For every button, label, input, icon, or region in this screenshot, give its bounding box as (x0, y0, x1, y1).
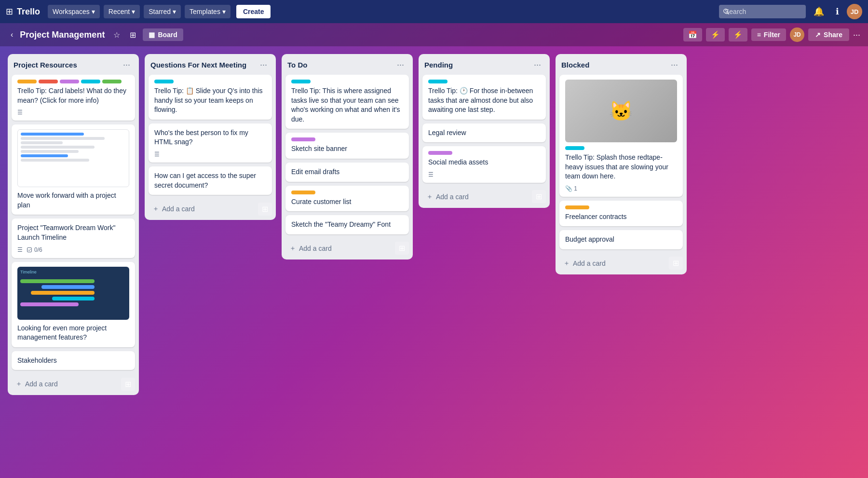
card-project-plan[interactable]: Move work forward with a project plan ✎ (12, 124, 135, 215)
card-labels-footer: ☰ (17, 109, 129, 116)
share-button[interactable]: ↗ Share (808, 28, 849, 41)
top-navigation: ⊞ Trello Workspaces ▾ Recent ▾ Starred ▾… (0, 0, 868, 23)
card-todo-tip[interactable]: Trello Tip: This is where assigned tasks… (285, 75, 409, 129)
workspaces-menu[interactable]: Workspaces ▾ (48, 5, 100, 18)
list-footer-questions: ＋ Add a card ⊞ (145, 199, 276, 220)
star-board-button[interactable]: ☆ (110, 28, 123, 41)
card-social-footer: ☰ (428, 171, 540, 178)
logo-text: Trello (17, 7, 40, 17)
timeline-image: Timeline (17, 267, 129, 320)
list-project-resources: Project Resources ··· Trello Tip: Card l… (8, 54, 139, 395)
notification-button[interactable]: 🔔 (810, 4, 828, 19)
board-view-label: Board (158, 31, 177, 39)
search-icon (723, 8, 730, 15)
label-purple (60, 80, 79, 83)
list-menu-blocked[interactable]: ··· (668, 59, 681, 71)
card-sketch-font-title: Sketch the "Teamy Dreamy" Font (291, 220, 391, 228)
user-avatar[interactable]: JD (847, 4, 862, 19)
calendar-button[interactable]: 📅 (683, 28, 702, 41)
recent-menu[interactable]: Recent ▾ (104, 5, 140, 18)
add-card-to-do[interactable]: ＋ Add a card (285, 241, 395, 256)
list-cards-blocked: 🐱 Trello Tip: Splash those redtape-heavy… (556, 75, 687, 253)
card-pending-tip[interactable]: Trello Tip: 🕐 For those in-between tasks… (422, 75, 546, 120)
add-card-project-resources[interactable]: ＋ Add a card (12, 377, 121, 391)
label-green (102, 80, 122, 83)
card-stakeholders[interactable]: Stakeholders ✎ (12, 351, 135, 370)
starred-menu[interactable]: Starred ▾ (144, 5, 181, 18)
create-from-template-pending[interactable]: ⊞ (532, 190, 546, 203)
add-card-label-blocked: Add a card (573, 259, 606, 267)
card-q-tip[interactable]: Trello Tip: 📋 Slide your Q's into this h… (149, 75, 272, 120)
filter-button[interactable]: ≡ Filter (751, 28, 786, 41)
label-purple-sketch (291, 137, 315, 141)
card-budget[interactable]: Budget approval ✎ (559, 230, 683, 249)
card-edit-email[interactable]: Edit email drafts ✎ (285, 163, 409, 182)
list-header-blocked: Blocked ··· (556, 54, 687, 75)
card-curate[interactable]: Curate customer list ✎ (285, 186, 409, 212)
card-freelancer[interactable]: Freelancer contracts ✎ (559, 201, 683, 227)
create-from-template-blocked[interactable]: ⊞ (669, 257, 683, 270)
card-q-tip-labels (154, 80, 266, 83)
card-q-access[interactable]: How can I get access to the super secret… (149, 166, 272, 195)
board-content: Project Resources ··· Trello Tip: Card l… (0, 46, 868, 478)
create-from-template-todo[interactable]: ⊞ (395, 242, 409, 255)
collapse-sidebar-button[interactable]: ‹ (8, 28, 16, 41)
list-to-do: To Do ··· Trello Tip: This is where assi… (282, 54, 413, 259)
add-card-questions[interactable]: ＋ Add a card (149, 202, 258, 216)
card-teamwork[interactable]: Project "Teamwork Dream Work" Launch Tim… (12, 219, 135, 258)
description-badge: ☰ (17, 109, 23, 116)
card-legal-title: Legal review (428, 129, 466, 137)
card-cat-labels (565, 146, 677, 150)
cat-image: 🐱 (565, 80, 677, 142)
add-icon-pending: ＋ (426, 192, 433, 201)
card-sketch-banner[interactable]: Sketch site banner ✎ (285, 133, 409, 159)
card-labels[interactable]: Trello Tip: Card labels! What do they me… (12, 75, 135, 121)
add-icon: ＋ (15, 380, 22, 388)
add-card-pending[interactable]: ＋ Add a card (422, 190, 532, 204)
card-q-html[interactable]: Who's the best person to fix my HTML sna… (149, 123, 272, 163)
card-q-tip-title: Trello Tip: 📋 Slide your Q's into this h… (154, 87, 263, 113)
search-wrapper (719, 5, 806, 18)
plan-line-2 (21, 137, 105, 140)
workspace-button[interactable]: ⊞ (127, 28, 139, 41)
board-user-avatar[interactable]: JD (790, 27, 804, 42)
card-label-strip (17, 80, 129, 83)
list-header-project-resources: Project Resources ··· (8, 54, 139, 75)
create-from-template-questions[interactable]: ⊞ (258, 203, 272, 216)
card-blocked-cat[interactable]: 🐱 Trello Tip: Splash those redtape-heavy… (559, 75, 683, 197)
card-more-features-title: Looking for even more project management… (17, 324, 107, 341)
add-card-blocked[interactable]: ＋ Add a card (559, 256, 669, 271)
card-freelancer-labels (565, 205, 677, 209)
list-menu-questions[interactable]: ··· (257, 59, 270, 71)
more-options-button[interactable]: ··· (853, 30, 860, 40)
card-legal[interactable]: Legal review ✎ (422, 123, 546, 143)
list-menu-project-resources[interactable]: ··· (120, 59, 133, 71)
search-input[interactable] (719, 5, 806, 18)
templates-menu[interactable]: Templates ▾ (185, 5, 231, 18)
card-social[interactable]: Social media assets ☰ ✎ (422, 146, 546, 183)
create-from-template-project-resources[interactable]: ⊞ (121, 378, 135, 391)
list-questions-next-meeting: Questions For Next Meeting ··· Trello Ti… (145, 54, 276, 220)
list-cards-questions: Trello Tip: 📋 Slide your Q's into this h… (145, 75, 276, 199)
board-view-button[interactable]: ▦ Board (143, 28, 183, 41)
list-header-questions: Questions For Next Meeting ··· (145, 54, 276, 75)
logo[interactable]: ⊞ Trello (6, 6, 40, 17)
card-sketch-font[interactable]: Sketch the "Teamy Dreamy" Font ✎ (285, 215, 409, 234)
templates-chevron-icon: ▾ (222, 8, 226, 15)
power-button[interactable]: ⚡ (706, 28, 725, 41)
automation-button[interactable]: ⚡ (729, 28, 747, 41)
card-more-features[interactable]: Timeline Looking for even more project m… (12, 262, 135, 347)
list-menu-to-do[interactable]: ··· (394, 59, 407, 71)
list-cards-pending: Trello Tip: 🕐 For those in-between tasks… (419, 75, 550, 187)
recent-label: Recent (108, 8, 130, 15)
list-footer-pending: ＋ Add a card ⊞ (419, 187, 550, 208)
card-todo-tip-title: Trello Tip: This is where assigned tasks… (291, 87, 400, 123)
create-button[interactable]: Create (236, 5, 271, 18)
label-cyan-blocked (565, 146, 584, 150)
list-header-pending: Pending ··· (419, 54, 550, 75)
card-edit-email-title: Edit email drafts (291, 168, 339, 176)
svg-line-1 (727, 13, 729, 14)
info-button[interactable]: ℹ (832, 4, 843, 19)
workspaces-label: Workspaces (53, 8, 90, 15)
list-menu-pending[interactable]: ··· (531, 59, 544, 71)
